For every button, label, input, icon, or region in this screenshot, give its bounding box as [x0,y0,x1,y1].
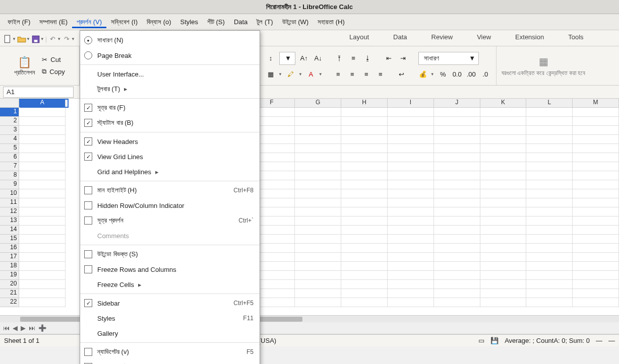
row-header-14[interactable]: 14 [0,226,19,235]
border-icon[interactable]: ▦ [265,69,276,80]
style-combo[interactable]: সাধারণ▼ [418,52,479,65]
align-right-icon[interactable]: ≡ [361,69,372,80]
align-left-icon[interactable]: ≡ [333,69,344,80]
menu-v[interactable]: প্রদর্শন (V) [72,16,106,28]
menu-styles[interactable]: Styles [176,16,203,28]
col-header-J[interactable]: J [434,99,480,108]
open-icon[interactable] [17,35,26,44]
menu-s[interactable]: শীট (S) [203,16,229,28]
percent-icon[interactable]: % [438,69,449,80]
row-header-4[interactable]: 4 [0,135,19,144]
copy-button[interactable]: ⧉Copy [42,67,65,76]
redo-icon[interactable]: ↷ [62,35,71,44]
ribbon-tab-extension[interactable]: Extension [503,30,556,46]
prev-sheet-icon[interactable]: ◀ [13,324,18,332]
row-header-13[interactable]: 13 [0,216,19,226]
new-doc-icon[interactable] [3,35,12,44]
row-header-6[interactable]: 6 [0,153,19,162]
paste-icon[interactable]: 📋 [14,56,35,69]
menu-item[interactable]: উইন্ডো বিভক্ত (S) [80,247,260,262]
menu-item[interactable]: Grid and Helplines [80,164,260,179]
row-header-21[interactable]: 21 [0,289,19,298]
row-header-7[interactable]: 7 [0,162,19,171]
menu-item[interactable]: সূত্র প্রদর্শনCtrl+` [80,213,260,228]
row-header-11[interactable]: 11 [0,198,19,207]
menu-item[interactable]: মান হাইলাইট (H)Ctrl+F8 [80,183,260,198]
align-middle-icon[interactable]: ≡ [348,53,359,64]
col-header-I[interactable]: I [388,99,434,108]
menu-e[interactable]: সম্পাদনা (E) [35,16,72,28]
last-sheet-icon[interactable]: ⏭ [29,324,35,332]
col-header-K[interactable]: K [480,99,527,108]
ribbon-tab-view[interactable]: View [465,30,503,46]
menu-item[interactable]: সূত্র বার (F) [80,100,260,115]
menu-o[interactable]: বিন্যাস (o) [142,16,176,28]
undo-icon[interactable]: ↶ [48,35,57,44]
row-header-1[interactable]: 1 [0,108,19,117]
row-header-19[interactable]: 19 [0,271,19,280]
menu-item[interactable]: Hidden Row/Column Indicator [80,198,260,213]
wrap-icon[interactable]: ↩ [396,69,407,80]
col-header-M[interactable]: M [573,99,619,108]
add-sheet-icon[interactable]: ➕ [38,324,46,332]
shrink-font-icon[interactable]: A↓ [313,53,324,64]
menu-item[interactable]: Gallery [80,326,260,341]
row-header-17[interactable]: 17 [0,253,19,262]
menu-item[interactable]: View Headers [80,134,260,149]
row-header-16[interactable]: 16 [0,244,19,253]
save-icon[interactable] [31,35,40,44]
row-header-10[interactable]: 10 [0,189,19,198]
menu-item[interactable]: স্ট্যাটাস বার (B) [80,115,260,130]
menu-item[interactable]: User Interface... [80,66,260,82]
menu-data[interactable]: Data [229,16,252,28]
ribbon-tab-review[interactable]: Review [419,30,465,46]
row-header-3[interactable]: 3 [0,126,19,135]
row-header-8[interactable]: 8 [0,171,19,180]
row-header-9[interactable]: 9 [0,180,19,189]
row-header-2[interactable]: 2 [0,117,19,126]
align-justify-icon[interactable]: ≡ [375,69,386,80]
align-top-icon[interactable]: ⭱ [334,53,345,64]
number-icon[interactable]: 0.0 [452,69,463,80]
signature-icon[interactable]: ▭ [478,337,484,344]
grow-font-icon[interactable]: A↑ [298,53,310,64]
cut-button[interactable]: ✂Cut [42,56,65,63]
menu-item[interactable]: ন্যাভিগেটর (v)F5 [80,344,260,359]
zoom-out-icon[interactable]: — [596,337,602,344]
highlight-icon[interactable]: 🖍 [285,69,296,80]
ribbon-tab-layout[interactable]: Layout [337,30,381,46]
menu-w[interactable]: উইন্ডো (W) [278,16,314,28]
font-size-combo[interactable]: ▼ [279,52,295,65]
currency-icon[interactable]: 💰 [417,69,428,80]
ribbon-tab-data[interactable]: Data [381,30,419,46]
menu-item[interactable]: টুলবার (T) [80,82,260,97]
menu-item[interactable]: Page Break [80,48,260,63]
indent-inc-icon[interactable]: ⇥ [397,53,408,64]
menu-item[interactable]: Freeze Cells [80,277,260,292]
menu-item[interactable]: ফাংশনের তালিকা (u) [80,359,260,364]
row-header-18[interactable]: 18 [0,262,19,271]
first-sheet-icon[interactable]: ⏮ [3,324,10,332]
merge-icon[interactable]: ▦ [539,55,548,67]
align-bottom-icon[interactable]: ⭳ [362,53,373,64]
next-sheet-icon[interactable]: ▶ [21,324,26,332]
shrink-icon[interactable]: ↕ [265,53,276,64]
dec-dec-icon[interactable]: .0 [480,69,491,80]
menu-h[interactable]: সহায়তা (H) [313,16,349,28]
font-color-icon[interactable]: A [305,69,317,80]
row-header-15[interactable]: 15 [0,235,19,244]
col-header-L[interactable]: L [526,99,573,108]
name-box[interactable]: A1 [3,87,74,98]
col-header-G[interactable]: G [295,99,341,108]
menu-item[interactable]: View Grid Lines [80,149,260,164]
menu-item[interactable]: StylesF11 [80,311,260,326]
row-header-5[interactable]: 5 [0,144,19,153]
menu-f[interactable]: ফাইল (F) [3,16,35,28]
indent-dec-icon[interactable]: ⇤ [383,53,394,64]
ribbon-tab-tools[interactable]: Tools [556,30,595,46]
menu-item[interactable]: SidebarCtrl+F5 [80,296,260,311]
menu-i[interactable]: সন্নিবেশ (I) [106,16,142,28]
menu-t[interactable]: টুল (T) [252,16,277,28]
row-header-12[interactable]: 12 [0,207,19,216]
row-header-20[interactable]: 20 [0,280,19,289]
